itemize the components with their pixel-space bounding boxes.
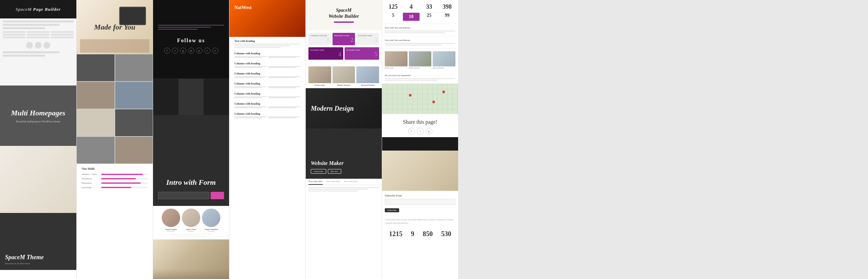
text-block: Text with Text and Buttons <box>382 24 458 36</box>
photo-cell <box>115 137 153 164</box>
tab-title1[interactable]: Text with title1 <box>308 179 323 185</box>
linkedin-icon[interactable]: in <box>188 48 194 54</box>
tabs-strip: Text with title1 Text with title2 Text w… <box>306 179 382 185</box>
share-google-icon[interactable]: g <box>426 128 432 135</box>
team-member: Charles Hamilton Developer <box>202 208 220 232</box>
pinterest-icon[interactable]: p <box>196 48 202 54</box>
logo: SpaceM Page Builder <box>16 7 61 12</box>
share-icons: f t g <box>385 128 456 135</box>
subscribe-title: Subscribe Form <box>385 194 456 197</box>
final-text-block: Lorem ipsum dolor sit amet consectetur a… <box>382 216 458 243</box>
panel-content-columns: Text with heading Columns with heading C… <box>229 0 305 279</box>
tab-title2[interactable]: Text with title2 <box>326 179 341 185</box>
skill-row: HTML5 / CSS3 <box>82 173 148 176</box>
stat-item: 25 <box>421 13 438 21</box>
feature-item: Mobile response <box>333 66 355 86</box>
share-facebook-icon[interactable]: f <box>408 128 415 135</box>
spacem-theme-banner: SpaceM Theme Beautiful & flexible theme <box>0 213 76 270</box>
photo-cell <box>115 109 153 136</box>
intro-form-title: Intro with Form <box>166 178 216 187</box>
intro-form-section: Intro with Form <box>153 115 229 206</box>
facebook-icon[interactable]: f <box>164 48 170 54</box>
panel-follow-intro: Follow us f t g in p r v Intro with Form… <box>153 0 229 279</box>
list-item: Columns with heading <box>235 72 300 78</box>
photo-cell <box>77 137 115 164</box>
button-row: Learn more Buy now <box>311 169 377 174</box>
team-member: Angela Apelle Co-founder <box>162 208 180 232</box>
team-section: Angela Apelle Co-founder Jenny Stone Des… <box>153 206 229 240</box>
panel-stats-share: 125 4 33 398 5 10 25 99 Text with Text a… <box>382 0 458 279</box>
website-maker-title: Website Maker <box>311 160 377 166</box>
reddit-icon[interactable]: r <box>204 48 210 54</box>
form-input[interactable] <box>158 192 209 199</box>
stat-item: 125 <box>385 3 402 10</box>
skills-section: Our Skills HTML5 / CSS3 WordPress Photos… <box>77 164 153 194</box>
final-text: Lorem ipsum dolor sit amet consectetur a… <box>385 218 456 225</box>
process-card: Get project result 4 <box>308 47 343 60</box>
subscribe-input[interactable] <box>385 199 456 205</box>
homepage-preview <box>0 146 76 213</box>
share-title: Share this page! <box>385 119 456 125</box>
dark-banner <box>382 137 458 150</box>
demo-bar <box>3 24 60 26</box>
photo-cell <box>115 54 153 81</box>
list-item: Text with heading <box>235 39 300 48</box>
hands-decoration <box>80 39 149 53</box>
map-dot <box>442 90 445 93</box>
feature-col: Retina ready <box>385 51 407 69</box>
photo-grid <box>77 54 153 164</box>
stat-item: 4 <box>403 3 420 10</box>
subscribe-button[interactable]: Subscribe <box>385 208 399 212</box>
modern-design-banner: Modern Design <box>306 88 382 129</box>
stat-item: 5 <box>385 13 402 21</box>
stats-grid-top: 125 4 33 398 <box>382 0 458 12</box>
process-steps: Coming up with idea 1 Realization of ide… <box>306 30 382 64</box>
panel-website-builder: SpaceMWebsite Builder Coming up with ide… <box>305 0 382 279</box>
photo-cell <box>77 109 115 136</box>
nav-lines <box>158 25 224 31</box>
laptop-decoration <box>119 7 146 25</box>
follow-title: Follow us <box>177 37 205 44</box>
tab-content <box>306 185 382 194</box>
stat-item: 99 <box>439 13 456 21</box>
learn-more-button[interactable]: Learn more <box>311 169 326 174</box>
theme-sub: Beautiful & flexible theme <box>5 262 44 265</box>
follow-section: Follow us f t g in p r v <box>153 0 229 79</box>
keyboard-image <box>382 150 458 191</box>
features-grid: Retina ready Mobile response Skeleton Bu… <box>382 49 458 72</box>
list-item: Columns with heading <box>235 52 300 58</box>
tab-title3[interactable]: Text with title3 <box>344 179 358 185</box>
map-dot <box>432 101 435 103</box>
form-submit-button[interactable] <box>211 192 224 199</box>
website-maker-section: Website Maker Learn more Buy now <box>306 129 382 179</box>
list-item: Columns with heading <box>235 102 300 108</box>
theme-title: SpaceM Theme <box>5 254 44 261</box>
skill-row: WordPress <box>82 177 148 180</box>
wb-title: SpaceMWebsite Builder <box>329 7 359 20</box>
process-card: Get project result 3 <box>356 33 379 45</box>
list-item: Columns with heading <box>235 112 300 118</box>
text-block: Text with Text and Buttons <box>382 36 458 49</box>
stat-item: 33 <box>421 3 438 10</box>
share-twitter-icon[interactable]: t <box>417 128 424 135</box>
twitter-icon[interactable]: t <box>172 48 178 54</box>
photo-cell <box>115 82 153 109</box>
photo-cell <box>77 54 115 81</box>
form-row <box>158 192 224 199</box>
list-item: Columns with heading <box>235 92 300 98</box>
vimeo-icon[interactable]: v <box>212 48 218 54</box>
wb-hero: SpaceMWebsite Builder <box>306 0 382 30</box>
process-row: Coming up with idea 1 Realization of ide… <box>308 33 379 45</box>
process-card: Get project result 5 <box>345 47 379 60</box>
process-card: Coming up with idea 1 <box>308 33 331 45</box>
final-stat: 850 <box>423 230 433 238</box>
buy-now-button[interactable]: Buy now <box>328 169 341 174</box>
demo-ui <box>0 19 76 85</box>
room-photo <box>153 240 229 279</box>
skill-row: JavaScript <box>82 186 148 189</box>
multi-homepages-banner: Multi Homepages Beautiful multipurpose W… <box>0 85 76 146</box>
google-icon[interactable]: g <box>180 48 186 54</box>
list-item: Columns with heading <box>235 62 300 68</box>
features-row: Retina ready Mobile response Skeleton Bu… <box>306 64 382 88</box>
do-you-have-questions: Do you have any questions? <box>382 72 458 84</box>
